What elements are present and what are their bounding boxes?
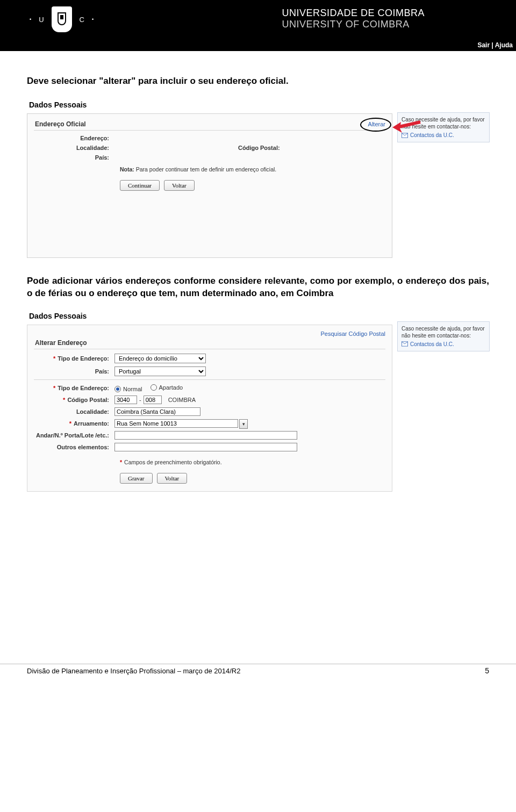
label-localidade: Localidade: <box>34 145 114 151</box>
label-outros: Outros elementos: <box>34 444 114 450</box>
screenshot-panel-2: Dados Pessoais Caso necessite de ajuda, … <box>27 310 486 492</box>
annotation-arrow-icon <box>391 120 421 135</box>
label-pais: País: <box>34 154 114 161</box>
page-footer: Divisão de Planeamento e Inserção Profis… <box>0 664 516 680</box>
university-name-pt: UNIVERSIDADE DE COIMBRA <box>282 8 425 19</box>
help-text-2: Caso necessite de ajuda, por favor não h… <box>402 326 485 339</box>
panel2-section-title: Alterar Endereço <box>35 339 385 347</box>
header-bar: • U C • UNIVERSIDADE DE COIMBRA UNIVERSI… <box>0 0 516 40</box>
radio-apartado[interactable]: Apartado <box>150 384 183 391</box>
page-number: 5 <box>485 666 489 675</box>
outros-input[interactable] <box>114 443 297 451</box>
panel1-note: Nota: Para poder continuar tem de defini… <box>120 166 385 173</box>
label-tipo-endereco-2: Tipo de Endereço: <box>58 385 109 391</box>
dot-icon: • <box>30 17 31 22</box>
cp-dash: - <box>139 397 141 403</box>
label-tipo-endereco: Tipo de Endereço: <box>58 355 109 362</box>
label-localidade-2: Localidade: <box>34 408 114 415</box>
help-box-2: Caso necessite de ajuda, por favor não h… <box>397 321 490 351</box>
help-contact-link-2[interactable]: Contactos da U.C. <box>402 341 485 348</box>
panel1-section-title: Endereço Oficial <box>35 120 86 128</box>
voltar-button-1[interactable]: Voltar <box>164 180 195 191</box>
header-letter-c: C <box>80 16 84 24</box>
help-contact-text-2: Contactos da U.C. <box>410 341 454 348</box>
university-name-en: UNIVERSITY OF COIMBRA <box>282 19 425 30</box>
andar-input[interactable] <box>114 431 297 440</box>
cp1-input[interactable] <box>114 396 137 404</box>
instruction-1: Deve selecionar "alterar" para incluir o… <box>27 76 489 87</box>
cp2-input[interactable] <box>144 396 162 404</box>
label-pais-2: País: <box>34 368 114 375</box>
value-localidade <box>114 145 222 151</box>
header-logo-cluster: • U C • <box>30 6 94 32</box>
header-letter-u: U <box>39 16 44 24</box>
continuar-button[interactable]: Continuar <box>120 180 160 191</box>
screenshot-panel-1: Dados Pessoais Caso necessite de ajuda, … <box>27 98 486 258</box>
cp-city: COIMBRA <box>168 397 196 403</box>
label-andar: Andar/N.º Porta/Lote /etc.: <box>34 432 114 439</box>
localidade-input[interactable] <box>114 407 200 416</box>
radio-normal[interactable]: Normal <box>114 386 142 392</box>
required-note: Campos de preenchimento obrigatório. <box>124 459 222 465</box>
dot-icon: • <box>92 17 94 22</box>
panel1-title: Dados Pessoais <box>27 98 486 113</box>
arruamento-dropdown-icon[interactable]: ▾ <box>239 419 248 429</box>
separator: | <box>490 41 495 49</box>
radio-apartado-label: Apartado <box>159 384 183 391</box>
svg-rect-0 <box>60 15 63 19</box>
arruamento-input[interactable] <box>114 419 238 428</box>
instruction-2: Pode adicionar vários endereços conforme… <box>27 275 489 300</box>
tipo-endereco-select[interactable]: Endereço do domicílio <box>114 354 206 363</box>
pais-select[interactable]: Portugal <box>114 367 206 376</box>
radio-normal-label: Normal <box>123 386 142 392</box>
label-endereco: Endereço: <box>34 135 114 141</box>
voltar-button-2[interactable]: Voltar <box>157 473 188 484</box>
gravar-button[interactable]: Gravar <box>120 473 153 484</box>
top-links: Sair | Ajuda <box>0 40 516 51</box>
panel1-form: Endereço Oficial Alterar Endereço: Local… <box>27 113 392 258</box>
label-codigo-postal: Código Postal: <box>238 145 280 151</box>
note-label: Nota: <box>120 166 134 173</box>
panel2-form: Pesquisar Código Postal Alterar Endereço… <box>27 325 392 492</box>
label-codigo-postal-2: Código Postal: <box>67 397 109 403</box>
note-text: Para poder continuar tem de definir um e… <box>134 166 276 173</box>
search-postal-code-link[interactable]: Pesquisar Código Postal <box>34 330 385 337</box>
logout-link[interactable]: Sair <box>477 41 490 49</box>
label-arruamento: Arruamento: <box>74 420 109 427</box>
annotation-circle <box>360 118 391 132</box>
help-link[interactable]: Ajuda <box>495 41 513 49</box>
uc-crest-icon <box>52 6 72 32</box>
university-name: UNIVERSIDADE DE COIMBRA UNIVERSITY OF CO… <box>282 8 425 30</box>
footer-text: Divisão de Planeamento e Inserção Profis… <box>27 667 240 675</box>
mail-icon <box>402 341 408 347</box>
